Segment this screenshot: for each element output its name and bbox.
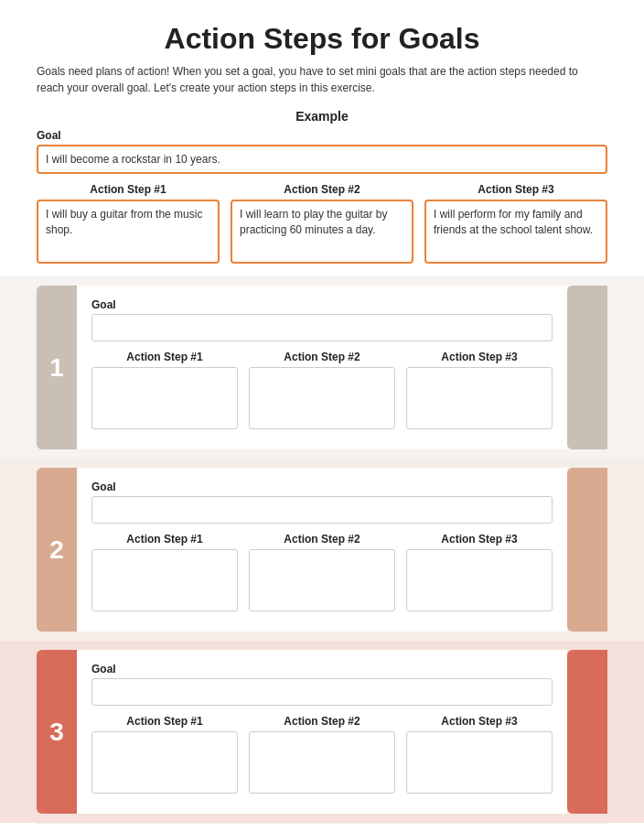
footer: collaborative LEARNING SOLUTIONS CLSTeam…	[37, 823, 607, 832]
section-3-content: Goal Action Step #1 Action Step #2 Actio…	[77, 650, 567, 814]
example-section: Example Goal I will become a rockstar in…	[37, 109, 607, 271]
example-step-col-2: Action Step #2 I will learn to play the …	[231, 183, 413, 264]
section-3-wrapper: 3 Goal Action Step #1 Action Step #2 Act…	[0, 641, 644, 823]
section3-step3-input[interactable]	[406, 731, 553, 794]
section1-step-col-2: Action Step #2	[249, 351, 395, 429]
section2-step3-input[interactable]	[406, 549, 553, 611]
section3-step1-header: Action Step #1	[91, 715, 238, 728]
example-action-steps-row: Action Step #1 I will buy a guitar from …	[37, 183, 607, 264]
section2-action-steps: Action Step #1 Action Step #2 Action Ste…	[91, 533, 553, 611]
section-1-wrapper: 1 Goal Action Step #1 Action Step #2 Act…	[0, 276, 644, 459]
number-tab-2: 2	[37, 468, 77, 632]
section3-step1-input[interactable]	[91, 731, 238, 794]
page: Action Steps for Goals Goals need plans …	[0, 0, 644, 832]
section3-goal-input[interactable]	[91, 678, 553, 706]
section1-step2-header: Action Step #2	[249, 351, 395, 363]
section3-step2-header: Action Step #2	[249, 715, 395, 728]
section1-step-col-1: Action Step #1	[91, 351, 238, 429]
section-1: 1 Goal Action Step #1 Action Step #2 Act…	[37, 286, 607, 449]
number-tab-2-right	[567, 468, 607, 632]
section1-goal-input[interactable]	[91, 314, 553, 341]
example-label: Example	[37, 109, 607, 124]
section2-step1-input[interactable]	[91, 549, 238, 611]
section1-step3-input[interactable]	[406, 367, 553, 429]
section-1-content: Goal Action Step #1 Action Step #2 Actio…	[77, 286, 567, 449]
section2-step-col-1: Action Step #1	[91, 533, 238, 611]
section2-goal-input[interactable]	[91, 496, 553, 524]
section3-step2-input[interactable]	[249, 731, 395, 794]
number-tab-3: 3	[37, 650, 77, 814]
section1-step2-input[interactable]	[249, 367, 395, 429]
section3-goal-label: Goal	[91, 663, 553, 675]
section-2: 2 Goal Action Step #1 Action Step #2 Act…	[37, 468, 607, 632]
example-goal-label: Goal	[37, 129, 607, 142]
section2-step-col-2: Action Step #2	[249, 533, 395, 611]
number-tab-1: 1	[37, 286, 77, 449]
section2-step3-header: Action Step #3	[406, 533, 553, 546]
example-step3-header: Action Step #3	[424, 183, 607, 196]
number-tab-1-right	[567, 286, 607, 449]
section1-action-steps: Action Step #1 Action Step #2 Action Ste…	[91, 351, 553, 429]
example-step-col-3: Action Step #3 I will perform for my fam…	[424, 183, 607, 264]
page-title: Action Steps for Goals	[37, 22, 607, 56]
section1-goal-label: Goal	[91, 298, 553, 311]
section1-step1-header: Action Step #1	[91, 351, 238, 363]
example-step-col-1: Action Step #1 I will buy a guitar from …	[37, 183, 220, 264]
section2-step2-header: Action Step #2	[249, 533, 395, 546]
example-step1-header: Action Step #1	[37, 183, 220, 196]
section3-step-col-3: Action Step #3	[406, 715, 553, 794]
section3-action-steps: Action Step #1 Action Step #2 Action Ste…	[91, 715, 553, 794]
section-2-wrapper: 2 Goal Action Step #1 Action Step #2 Act…	[0, 459, 644, 641]
example-step2-box: I will learn to play the guitar by pract…	[231, 200, 413, 264]
example-goal-box: I will become a rockstar in 10 years.	[37, 145, 607, 174]
section1-step1-input[interactable]	[91, 367, 238, 429]
section2-step2-input[interactable]	[249, 549, 395, 611]
section3-step3-header: Action Step #3	[406, 715, 553, 728]
section3-step-col-2: Action Step #2	[249, 715, 395, 794]
section3-step-col-1: Action Step #1	[91, 715, 238, 794]
example-step1-box: I will buy a guitar from the music shop.	[37, 200, 220, 264]
section2-step-col-3: Action Step #3	[406, 533, 553, 611]
section2-goal-label: Goal	[91, 481, 553, 493]
example-step3-box: I will perform for my family and friends…	[424, 200, 607, 264]
number-tab-3-right	[567, 650, 607, 814]
example-step2-header: Action Step #2	[231, 183, 413, 196]
section-2-content: Goal Action Step #1 Action Step #2 Actio…	[77, 468, 567, 632]
section1-step3-header: Action Step #3	[406, 351, 553, 363]
section2-step1-header: Action Step #1	[91, 533, 238, 546]
section1-step-col-3: Action Step #3	[406, 351, 553, 429]
section-3: 3 Goal Action Step #1 Action Step #2 Act…	[37, 650, 607, 814]
intro-text: Goals need plans of action! When you set…	[37, 63, 607, 96]
